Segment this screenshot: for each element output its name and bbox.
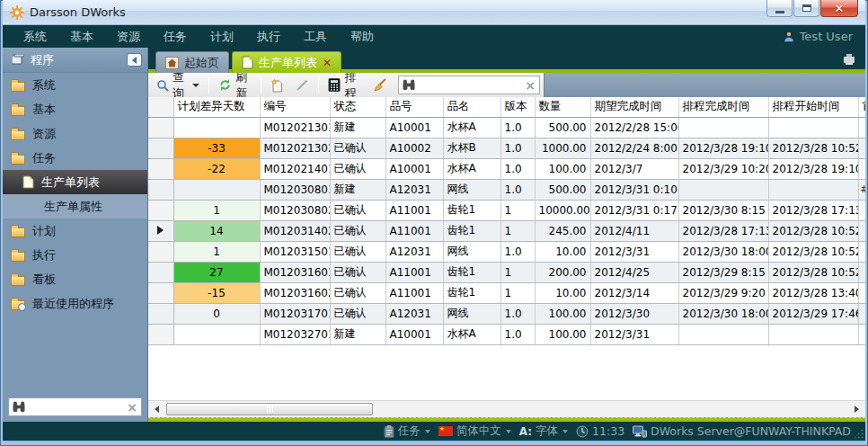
sidebar-item[interactable]: 计划: [3, 219, 147, 243]
clear-button[interactable]: [368, 76, 392, 94]
table-cell[interactable]: 1: [173, 200, 260, 220]
table-cell[interactable]: 245.00: [535, 220, 590, 241]
language-menu[interactable]: ★ 简体中文: [438, 424, 511, 439]
sidebar-item[interactable]: 看板: [3, 267, 147, 291]
table-cell[interactable]: M012031701: [260, 303, 330, 324]
table-cell[interactable]: 齿轮1: [443, 282, 500, 303]
column-header[interactable]: 品号: [385, 97, 443, 117]
column-header-partial[interactable]: 首: [858, 97, 865, 117]
column-header[interactable]: 排程完成时间: [678, 97, 768, 117]
row-selector-cell[interactable]: [148, 324, 173, 344]
table-cell[interactable]: 10.00: [535, 241, 590, 262]
sidebar-search-input[interactable]: [29, 401, 123, 414]
table-cell[interactable]: 已确认: [330, 262, 385, 282]
table-cell[interactable]: 100.00: [535, 158, 590, 179]
title-bar[interactable]: Darsson DWorks ✕: [3, 0, 865, 25]
table-cell[interactable]: 1.0: [500, 241, 535, 262]
table-cell[interactable]: 1.0: [500, 158, 535, 179]
table-cell[interactable]: 2012/3/30: [590, 303, 678, 324]
table-cell[interactable]: -15: [173, 282, 260, 303]
tab-close-icon[interactable]: ✕: [323, 58, 332, 68]
font-menu[interactable]: A: 字体: [519, 424, 568, 439]
table-cell[interactable]: A11001: [385, 200, 443, 220]
menu-item-0[interactable]: 系统: [12, 29, 58, 45]
tab-active[interactable]: 生产单列表✕: [232, 51, 341, 73]
table-cell[interactable]: 水杯A: [443, 158, 500, 179]
table-cell[interactable]: 500.00: [535, 179, 590, 200]
table-cell[interactable]: 1.0: [500, 138, 535, 158]
table-cell[interactable]: 2012/3/14: [590, 282, 678, 303]
table-cell[interactable]: [768, 179, 858, 200]
table-cell[interactable]: 1.0: [500, 324, 535, 344]
table-row[interactable]: 0M012031701已确认A12031网线1.0100.002012/3/30…: [148, 303, 865, 324]
table-cell[interactable]: [173, 179, 260, 200]
sidebar-item[interactable]: 最近使用的程序: [3, 291, 147, 316]
table-cell[interactable]: 100.00: [535, 303, 590, 324]
row-selector-cell[interactable]: [148, 262, 173, 282]
table-cell[interactable]: 齿轮1: [443, 200, 500, 220]
table-cell[interactable]: 网线: [443, 241, 500, 262]
row-selector-cell[interactable]: [148, 138, 173, 158]
table-cell[interactable]: 已确认: [330, 138, 385, 158]
table-row[interactable]: M012021301新建A10001水杯A1.0500.002012/2/28 …: [148, 117, 865, 138]
table-cell[interactable]: A10001: [385, 117, 443, 138]
menu-item-2[interactable]: 资源: [105, 29, 152, 45]
table-cell[interactable]: -22: [173, 158, 260, 179]
horizontal-scrollbar[interactable]: [148, 400, 865, 417]
table-cell[interactable]: 已确认: [330, 158, 385, 179]
table-row[interactable]: -22M012021401已确认A10001水杯A1.0100.002012/3…: [148, 158, 865, 179]
table-cell[interactable]: 2012/3/28 19:10: [678, 138, 768, 158]
table-cell[interactable]: 2012/3/29 10:20: [678, 158, 768, 179]
table-cell[interactable]: 2012/3/28 17:13: [768, 200, 858, 220]
menu-item-6[interactable]: 工具: [292, 29, 339, 45]
row-selector-cell[interactable]: [148, 179, 173, 200]
sidebar-item[interactable]: 基本: [3, 97, 147, 121]
table-cell[interactable]: [173, 324, 260, 344]
column-header[interactable]: 数量: [535, 97, 590, 117]
table-cell[interactable]: 网线: [443, 303, 500, 324]
column-header[interactable]: 状态: [330, 97, 385, 117]
task-menu[interactable]: 任务: [384, 424, 430, 439]
table-cell[interactable]: M012021301: [260, 117, 330, 138]
table-cell[interactable]: 齿轮1: [443, 262, 500, 282]
table-row[interactable]: M012032701新建A10001水杯A1.0100.002012/3/31: [148, 324, 865, 344]
table-cell[interactable]: A11001: [385, 220, 443, 241]
table-cell[interactable]: 2012/3/29 8:15: [678, 262, 768, 282]
table-cell[interactable]: 1.0: [500, 179, 535, 200]
table-cell[interactable]: 齿轮1: [443, 220, 500, 241]
scroll-right-button[interactable]: [849, 402, 864, 416]
row-selector-cell[interactable]: [148, 117, 173, 138]
table-row[interactable]: -33M012021302已确认A10002水杯B1.01000.002012/…: [148, 138, 865, 158]
row-selector-cell[interactable]: [148, 241, 173, 262]
table-cell[interactable]: A10002: [385, 138, 443, 158]
table-cell[interactable]: 1.0: [500, 303, 535, 324]
table-cell[interactable]: A11001: [385, 262, 443, 282]
sidebar-item[interactable]: 资源: [3, 121, 147, 146]
table-cell[interactable]: 2012/3/30 18:00: [678, 241, 768, 262]
table-cell[interactable]: M012031601: [260, 262, 330, 282]
table-row[interactable]: M012030801新建A12031网线1.0500.002012/3/31 0…: [148, 179, 865, 200]
sidebar-item[interactable]: 执行: [3, 243, 147, 267]
table-cell[interactable]: 2012/3/30 8:15: [678, 200, 768, 220]
row-selector-cell[interactable]: [148, 158, 173, 179]
table-row[interactable]: 14M012031402已确认A11001齿轮11245.002012/4/11…: [148, 220, 865, 241]
table-cell[interactable]: M012021401: [260, 158, 330, 179]
table-cell[interactable]: A12031: [385, 241, 443, 262]
row-selector-cell[interactable]: [148, 200, 173, 220]
table-cell[interactable]: 水杯B: [443, 138, 500, 158]
table-cell[interactable]: 2012/3/28 13:40: [768, 282, 858, 303]
table-cell[interactable]: 已确认: [330, 241, 385, 262]
menu-item-3[interactable]: 任务: [152, 29, 199, 45]
table-row[interactable]: -15M012031602已确认A11001齿轮1110.002012/3/14…: [148, 282, 865, 303]
table-cell[interactable]: M012032701: [260, 324, 330, 344]
table-cell[interactable]: 2012/3/30 18:00: [678, 303, 768, 324]
table-cell[interactable]: [678, 324, 768, 344]
table-cell[interactable]: 2012/3/31 0:10: [590, 179, 678, 200]
table-cell[interactable]: M012031501: [260, 241, 330, 262]
table-cell[interactable]: M012021302: [260, 138, 330, 158]
table-cell[interactable]: 2012/3/28 10:52: [768, 220, 858, 241]
table-row[interactable]: 1M012030802已确认A11001齿轮1110000.002012/3/3…: [148, 200, 865, 220]
table-cell[interactable]: 2012/3/29 17:46: [768, 303, 858, 324]
table-cell[interactable]: 已确认: [330, 282, 385, 303]
table-cell[interactable]: 2012/3/28 19:10: [768, 158, 858, 179]
